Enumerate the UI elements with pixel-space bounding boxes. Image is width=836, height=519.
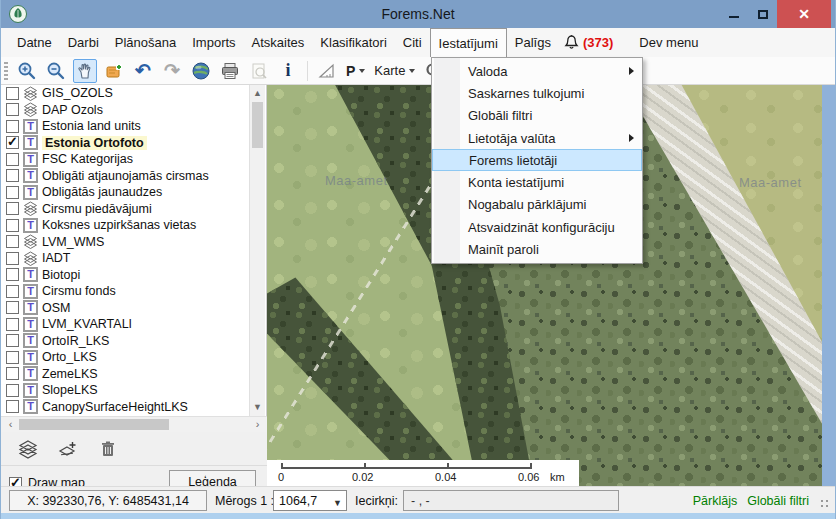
menu-item-klasifikatori[interactable]: Klasifikatori	[312, 28, 394, 57]
layer-row[interactable]: Obligāti atjaunojamās cirsmas	[1, 168, 266, 185]
scale-combobox[interactable]: 1064,7 ▼	[273, 490, 347, 511]
menu-option-forems-lietotaji[interactable]: Forems lietotāji	[432, 149, 642, 171]
layer-row[interactable]: Cirsmu fonds	[1, 283, 266, 300]
globali-filtri-link[interactable]: Globāli filtri	[747, 494, 809, 508]
pan-button[interactable]	[73, 59, 97, 83]
horizontal-scrollbar[interactable]: ‹ ›	[1, 416, 267, 432]
globe-button[interactable]	[189, 59, 213, 83]
menu-item-citi[interactable]: Citi	[395, 28, 430, 57]
layer-checkbox[interactable]	[6, 334, 19, 347]
redo-button[interactable]: ↷	[160, 59, 184, 83]
layer-label: ZemeLKS	[42, 367, 98, 381]
notifications-button[interactable]: (373)	[559, 28, 617, 57]
print-button[interactable]	[218, 59, 242, 83]
menu-item-paligs[interactable]: Palīgs	[507, 28, 559, 57]
layer-checkbox[interactable]	[6, 103, 19, 116]
layer-row[interactable]: LVM_KVARTALI	[1, 316, 266, 333]
layer-checkbox[interactable]	[6, 301, 19, 314]
p-dropdown-button[interactable]: P	[344, 63, 367, 79]
menu-option-atsvaidzinat-konfiguraciju[interactable]: Atsvaidzināt konfigurāciju	[432, 216, 642, 238]
layer-checkbox[interactable]	[6, 285, 19, 298]
measure-button[interactable]	[315, 59, 339, 83]
layers-stack-button[interactable]	[17, 438, 39, 460]
minimize-button[interactable]	[719, 0, 748, 28]
text-layer-icon	[23, 333, 38, 348]
maximize-button[interactable]	[748, 0, 777, 28]
menu-option-lietotaja-valuta[interactable]: Lietotāja valūta	[432, 127, 642, 149]
info-button[interactable]: i	[276, 59, 300, 83]
menu-option-globali-filtri[interactable]: Globāli filtri	[432, 105, 642, 127]
layer-checkbox[interactable]	[6, 235, 19, 248]
delete-layer-button[interactable]	[97, 438, 119, 460]
parklajs-link[interactable]: Pārklājs	[693, 494, 737, 508]
layer-label: OrtoIR_LKS	[42, 334, 109, 348]
districts-field[interactable]: - , -	[403, 490, 619, 511]
layer-row[interactable]: ZemeLKS	[1, 366, 266, 383]
layer-row-selected[interactable]: Estonia Ortofoto	[1, 135, 266, 152]
layer-row[interactable]: Cirsmu piedāvājumi	[1, 201, 266, 218]
menu-item-dev-menu[interactable]: Dev menu	[631, 28, 706, 57]
layer-checkbox[interactable]	[6, 186, 19, 199]
layers-icon	[23, 201, 38, 216]
menu-option-mainit-paroli[interactable]: Mainīt paroli	[432, 238, 642, 260]
layer-checkbox[interactable]	[6, 202, 19, 215]
layer-list: GIS_OZOLS DAP Ozols Estonia land units E…	[1, 85, 267, 416]
layers-icon	[23, 102, 38, 117]
layer-checkbox[interactable]	[6, 367, 19, 380]
menu-item-imports[interactable]: Imports	[184, 28, 243, 57]
scroll-up-icon[interactable]: ▲	[250, 86, 265, 101]
undo-button[interactable]: ↶	[131, 59, 155, 83]
layer-checkbox[interactable]	[6, 120, 19, 133]
scroll-down-icon[interactable]: ▼	[250, 400, 265, 415]
menu-item-datne[interactable]: Datne	[9, 28, 60, 57]
layer-row[interactable]: CanopySurfaceHeightLKS	[1, 399, 266, 416]
layer-row[interactable]: OrtoIR_LKS	[1, 333, 266, 350]
layer-row[interactable]: Biotopi	[1, 267, 266, 284]
menu-option-saskarnes-tulkojumi[interactable]: Saskarnes tulkojumi	[432, 82, 642, 104]
layer-row[interactable]: GIS_OZOLS	[1, 85, 266, 102]
layer-row[interactable]: DAP Ozols	[1, 102, 266, 119]
layer-checkbox-checked[interactable]	[6, 136, 19, 149]
close-button[interactable]: ✕	[777, 0, 831, 28]
layer-checkbox[interactable]	[6, 400, 19, 413]
layer-checkbox[interactable]	[6, 219, 19, 232]
menu-option-label: Mainīt paroli	[468, 242, 539, 257]
layer-checkbox[interactable]	[6, 169, 19, 182]
layer-row[interactable]: Orto_LKS	[1, 349, 266, 366]
layer-row[interactable]: FSC Kategorijas	[1, 151, 266, 168]
edit-button[interactable]	[102, 59, 126, 83]
layer-row[interactable]: Obligātās jaunaudzes	[1, 184, 266, 201]
menu-item-atskaites[interactable]: Atskaites	[244, 28, 313, 57]
layer-checkbox[interactable]	[6, 351, 19, 364]
karte-dropdown-button[interactable]: Karte	[372, 63, 417, 78]
scrollbar-thumb[interactable]	[19, 419, 169, 430]
vertical-scrollbar[interactable]: ▲ ▼	[249, 85, 265, 416]
scrollbar-thumb[interactable]	[252, 102, 263, 148]
menu-item-iestatijumi[interactable]: Iestatījumi	[430, 28, 507, 57]
zoom-out-button[interactable]	[44, 59, 68, 83]
layer-row[interactable]: Estonia land units	[1, 118, 266, 135]
menu-option-konta-iestatijumi[interactable]: Konta iestatījumi	[432, 171, 642, 193]
layer-checkbox[interactable]	[6, 318, 19, 331]
layer-checkbox[interactable]	[6, 252, 19, 265]
layer-checkbox[interactable]	[6, 153, 19, 166]
menu-item-darbi[interactable]: Darbi	[60, 28, 107, 57]
layer-checkbox[interactable]	[6, 384, 19, 397]
menu-option-nogabalu-parklajumi[interactable]: Nogabalu pārklājumi	[432, 194, 642, 216]
layer-row[interactable]: LVM_WMS	[1, 234, 266, 251]
scroll-left-icon[interactable]: ‹	[3, 417, 18, 432]
layer-row[interactable]: SlopeLKS	[1, 382, 266, 399]
menu-option-valoda[interactable]: Valoda	[432, 60, 642, 82]
resize-grip[interactable]	[819, 498, 831, 510]
layer-row[interactable]: Koksnes uzpirkšanas vietas	[1, 217, 266, 234]
layer-checkbox[interactable]	[6, 87, 19, 100]
print-preview-button[interactable]	[247, 59, 271, 83]
menu-item-planosana[interactable]: Plānošana	[107, 28, 184, 57]
layer-checkbox[interactable]	[6, 268, 19, 281]
scroll-right-icon[interactable]: ›	[250, 417, 265, 432]
layer-row[interactable]: IADT	[1, 250, 266, 267]
add-layer-button[interactable]	[57, 438, 79, 460]
zoom-in-button[interactable]	[15, 59, 39, 83]
layer-row[interactable]: OSM	[1, 300, 266, 317]
toolbar-grip[interactable]	[4, 62, 8, 80]
